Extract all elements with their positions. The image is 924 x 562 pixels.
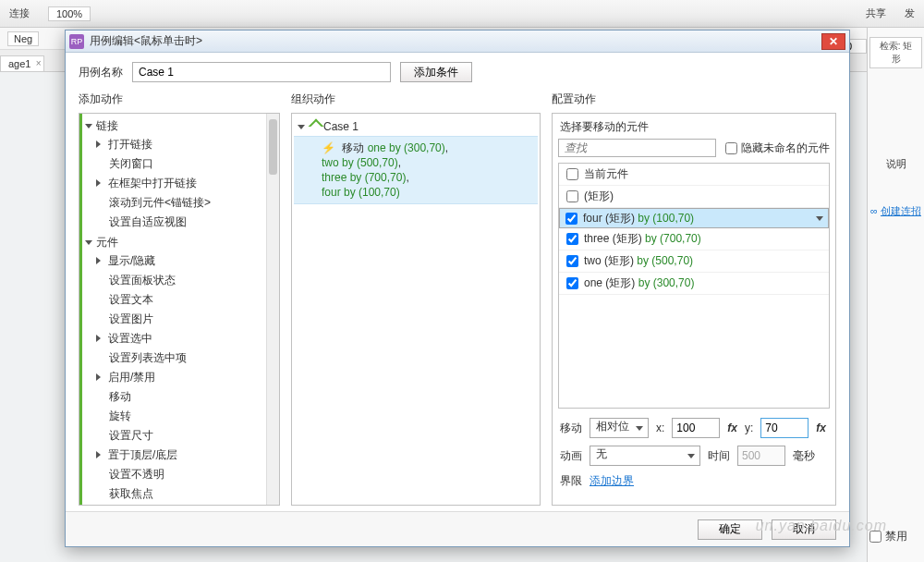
move-label: 移动 [560, 421, 582, 436]
action-expand-tree[interactable]: 展开/折叠树节点 [85, 504, 279, 506]
configure-heading: 配置动作 [552, 90, 836, 113]
hide-unnamed-checkbox[interactable] [725, 142, 737, 154]
list-item-two[interactable]: two (矩形) by (500,70) [559, 250, 829, 273]
action-rotate[interactable]: 旋转 [85, 407, 279, 426]
action-focus[interactable]: 获取焦点 [85, 484, 279, 504]
bolt-icon: ⚡ [322, 141, 335, 154]
list-item-three[interactable]: three (矩形) by (700,70) [559, 228, 829, 250]
disable-label: 禁用 [885, 529, 907, 544]
list-item[interactable]: (矩形) [559, 186, 829, 208]
widget-list: 当前元件 (矩形) four (矩形) by (100,70) three (矩… [558, 163, 830, 409]
bound-label: 界限 [560, 473, 582, 489]
org-move-action[interactable]: ⚡ 移动 one by (300,70), two by (500,70), t… [294, 136, 538, 204]
fx-x-button[interactable]: fx [727, 422, 737, 434]
close-icon[interactable]: × [36, 58, 42, 68]
action-set-image[interactable]: 设置图片 [85, 310, 279, 329]
action-panel-state[interactable]: 设置面板状态 [85, 271, 279, 290]
case-editor-dialog: RP 用例编辑<鼠标单击时> ✕ 用例名称 添加条件 添加动作 链接 打开链接 … [65, 30, 850, 547]
close-button[interactable]: ✕ [821, 33, 845, 50]
list-item-one[interactable]: one (矩形) by (300,70) [559, 273, 829, 295]
ms-label: 毫秒 [793, 448, 815, 464]
org-case[interactable]: Case 1 [294, 119, 538, 134]
add-actions-heading: 添加动作 [79, 90, 280, 113]
action-close-window[interactable]: 关闭窗口 [85, 154, 279, 174]
action-show-hide[interactable]: 显示/隐藏 [85, 251, 279, 271]
action-scroll-anchor[interactable]: 滚动到元件<锚链接> [85, 193, 279, 213]
organize-heading: 组织动作 [291, 90, 541, 113]
case-name-label: 用例名称 [79, 65, 123, 80]
action-set-text[interactable]: 设置文本 [85, 290, 279, 310]
ok-button[interactable]: 确定 [698, 519, 762, 540]
right-panel: 检索: 矩形 说明 ∞ 创建连招 禁用 [867, 28, 924, 562]
org-case-label: Case 1 [323, 120, 359, 133]
neg-box[interactable]: Neg [7, 31, 39, 46]
case-name-row: 用例名称 添加条件 [79, 62, 836, 82]
add-condition-button[interactable]: 添加条件 [400, 62, 472, 82]
group-widgets[interactable]: 元件 [85, 234, 279, 251]
group-links[interactable]: 链接 [85, 117, 279, 135]
action-move[interactable]: 移动 [85, 387, 279, 407]
hide-unnamed-option[interactable]: 隐藏未命名的元件 [725, 140, 830, 156]
page-tab[interactable]: age1× [0, 55, 44, 71]
disable-checkbox[interactable] [869, 531, 881, 543]
dialog-title: 用例编辑<鼠标单击时> [90, 33, 202, 49]
case-icon [309, 121, 320, 132]
action-opacity[interactable]: 设置不透明 [85, 465, 279, 484]
case-name-input[interactable] [132, 62, 391, 82]
toolbar-share[interactable]: 共享 [866, 6, 886, 20]
zoom-level[interactable]: 100% [48, 6, 91, 21]
time-label: 时间 [708, 448, 730, 464]
action-set-selected[interactable]: 设置选中 [85, 329, 279, 348]
move-mode-select[interactable]: 相对位 [590, 418, 649, 438]
page-tab-label: age1 [8, 58, 30, 69]
x-input[interactable] [672, 418, 720, 438]
cfg-subheading: 选择要移动的元件 [558, 119, 830, 139]
dialog-title-bar[interactable]: RP 用例编辑<鼠标单击时> ✕ [66, 31, 849, 53]
action-open-link[interactable]: 打开链接 [85, 135, 279, 154]
move-config-form: 移动 相对位 x: fx y: fx 动画 无 时间 [553, 414, 835, 504]
anim-label: 动画 [560, 448, 582, 464]
fx-y-button[interactable]: fx [816, 422, 826, 434]
list-item-four[interactable]: four (矩形) by (100,70) [559, 208, 829, 228]
action-bring-front[interactable]: 置于顶层/底层 [85, 446, 279, 465]
action-set-size[interactable]: 设置尺寸 [85, 426, 279, 446]
x-label: x: [656, 422, 664, 434]
action-open-in-frame[interactable]: 在框架中打开链接 [85, 174, 279, 193]
y-input[interactable] [760, 418, 808, 438]
actions-scrollbar[interactable] [266, 114, 279, 505]
organize-panel: Case 1 ⚡ 移动 one by (300,70), two by (500… [291, 113, 541, 506]
y-label: y: [745, 422, 753, 434]
toolbar-publish[interactable]: 发 [905, 6, 915, 20]
actions-tree: 链接 打开链接 关闭窗口 在框架中打开链接 滚动到元件<锚链接> 设置自适应视图… [79, 114, 279, 506]
desc-heading: 说明 [869, 157, 922, 171]
filter-label: 检索: 矩形 [869, 37, 922, 68]
add-boundary-link[interactable]: 添加边界 [590, 473, 634, 489]
toolbar-connect[interactable]: 连接 [9, 6, 30, 20]
configure-panel: 选择要移动的元件 隐藏未命名的元件 当前元件 (矩形) four (矩形) by… [552, 113, 836, 506]
app-icon: RP [69, 34, 84, 49]
create-link[interactable]: 创建连招 [881, 205, 921, 216]
cancel-button[interactable]: 取消 [772, 519, 836, 540]
action-enable-disable[interactable]: 启用/禁用 [85, 368, 279, 387]
anim-select[interactable]: 无 [590, 446, 700, 466]
action-set-adaptive[interactable]: 设置自适应视图 [85, 213, 279, 232]
actions-panel: 链接 打开链接 关闭窗口 在框架中打开链接 滚动到元件<锚链接> 设置自适应视图… [79, 113, 280, 506]
list-item[interactable]: 当前元件 [559, 164, 829, 186]
time-input [737, 446, 785, 466]
app-toolbar: 连接 100% 共享 发 [0, 0, 924, 28]
action-set-list-selected[interactable]: 设置列表选中项 [85, 348, 279, 368]
dialog-footer: 确定 取消 [66, 511, 849, 546]
widget-search-input[interactable] [558, 139, 716, 157]
